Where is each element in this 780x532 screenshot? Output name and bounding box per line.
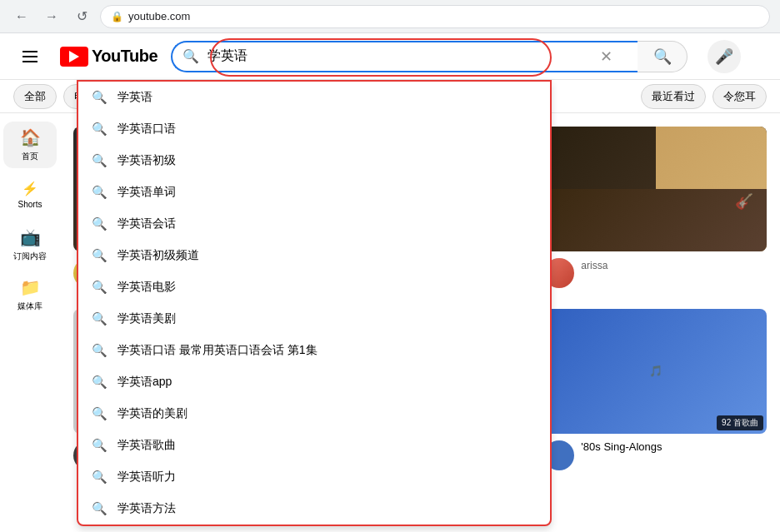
video-meta-3: arissa bbox=[581, 258, 767, 288]
sidebar-library-label: 媒体库 bbox=[18, 301, 42, 312]
autocomplete-text-2: 学英语口语 bbox=[118, 122, 176, 137]
subscriptions-icon: 📺 bbox=[20, 227, 41, 247]
video-thumbnail-3: 🌻 🎸 bbox=[544, 127, 767, 251]
sidebar: 🏠 首页 ⚡ Shorts 📺 订阅内容 📁 媒体库 bbox=[0, 113, 60, 532]
sidebar-item-library[interactable]: 📁 媒体库 bbox=[3, 271, 57, 318]
home-icon: 🏠 bbox=[20, 127, 41, 147]
sidebar-item-shorts[interactable]: ⚡ Shorts bbox=[3, 172, 57, 218]
voice-search-button[interactable]: 🎤 bbox=[708, 40, 741, 73]
autocomplete-item-14[interactable]: 🔍学英语方法 bbox=[78, 493, 550, 525]
autocomplete-search-icon: 🔍 bbox=[92, 406, 108, 421]
autocomplete-search-icon: 🔍 bbox=[92, 280, 108, 295]
yt-header: YouTube 🔍 ✕ 🔍 🎤 bbox=[0, 33, 780, 80]
video-title-6: '80s Sing-Alongs bbox=[581, 440, 767, 455]
autocomplete-text-10: 学英语app bbox=[118, 375, 172, 390]
library-icon: 📁 bbox=[20, 277, 41, 297]
menu-button[interactable] bbox=[13, 40, 47, 73]
sidebar-shorts-label: Shorts bbox=[18, 200, 42, 209]
filter-recommend[interactable]: 令您耳 bbox=[712, 84, 767, 109]
filter-recently[interactable]: 最近看过 bbox=[641, 84, 706, 109]
autocomplete-item-7[interactable]: 🔍学英语电影 bbox=[78, 271, 550, 303]
autocomplete-search-icon: 🔍 bbox=[92, 311, 108, 326]
video-thumbnail-6: 🎵 92 首歌曲 bbox=[544, 309, 767, 434]
autocomplete-dropdown: 🔍学英语🔍学英语口语🔍学英语初级🔍学英语单词🔍学英语会话🔍学英语初级频道🔍学英语… bbox=[77, 80, 552, 526]
autocomplete-search-icon: 🔍 bbox=[92, 216, 108, 231]
sidebar-home-label: 首页 bbox=[22, 151, 38, 162]
autocomplete-search-icon: 🔍 bbox=[92, 343, 108, 358]
autocomplete-item-4[interactable]: 🔍学英语单词 bbox=[78, 177, 550, 208]
browser-chrome: ← → ↺ 🔒 youtube.com bbox=[0, 0, 780, 33]
autocomplete-item-8[interactable]: 🔍学英语美剧 bbox=[78, 303, 550, 335]
reload-button[interactable]: ↺ bbox=[70, 5, 93, 28]
shorts-icon: ⚡ bbox=[22, 181, 38, 196]
autocomplete-text-5: 学英语会话 bbox=[118, 216, 176, 231]
autocomplete-search-icon: 🔍 bbox=[92, 438, 108, 453]
autocomplete-item-5[interactable]: 🔍学英语会话 bbox=[78, 208, 550, 240]
song-count-badge: 92 首歌曲 bbox=[717, 415, 763, 430]
autocomplete-text-9: 学英语口语 最常用英语口语会话 第1集 bbox=[118, 343, 318, 358]
autocomplete-item-10[interactable]: 🔍学英语app bbox=[78, 366, 550, 398]
search-clear-button[interactable]: ✕ bbox=[600, 47, 612, 66]
autocomplete-text-1: 学英语 bbox=[118, 90, 152, 105]
filter-all[interactable]: 全部 bbox=[13, 84, 57, 109]
yt-logo-text: YouTube bbox=[92, 47, 158, 66]
autocomplete-list: 🔍学英语🔍学英语口语🔍学英语初级🔍学英语单词🔍学英语会话🔍学英语初级频道🔍学英语… bbox=[78, 82, 550, 525]
video-info-6: '80s Sing-Alongs bbox=[544, 434, 767, 470]
autocomplete-search-icon: 🔍 bbox=[92, 185, 108, 200]
address-bar[interactable]: 🔒 youtube.com bbox=[100, 5, 770, 28]
autocomplete-search-icon: 🔍 bbox=[92, 470, 108, 485]
yt-logo-icon bbox=[60, 47, 88, 67]
video-channel-3: arissa bbox=[581, 260, 767, 271]
autocomplete-item-12[interactable]: 🔍学英语歌曲 bbox=[78, 430, 550, 461]
autocomplete-item-1[interactable]: 🔍学英语 bbox=[78, 82, 550, 113]
back-button[interactable]: ← bbox=[10, 5, 33, 28]
autocomplete-text-3: 学英语初级 bbox=[118, 153, 176, 168]
autocomplete-item-2[interactable]: 🔍学英语口语 bbox=[78, 113, 550, 145]
video-meta-6: '80s Sing-Alongs bbox=[581, 440, 767, 470]
autocomplete-text-8: 学英语美剧 bbox=[118, 311, 176, 326]
autocomplete-text-6: 学英语初级频道 bbox=[118, 248, 199, 263]
lock-icon: 🔒 bbox=[111, 11, 123, 22]
video-info-3: arissa bbox=[544, 251, 767, 288]
video-card-6[interactable]: 🎵 92 首歌曲 '80s Sing-Alongs bbox=[544, 309, 767, 470]
autocomplete-item-9[interactable]: 🔍学英语口语 最常用英语口语会话 第1集 bbox=[78, 335, 550, 366]
url-text: youtube.com bbox=[128, 10, 190, 22]
autocomplete-item-6[interactable]: 🔍学英语初级频道 bbox=[78, 240, 550, 271]
sidebar-item-subscriptions[interactable]: 📺 订阅内容 bbox=[3, 221, 57, 268]
autocomplete-item-13[interactable]: 🔍学英语听力 bbox=[78, 461, 550, 493]
autocomplete-text-7: 学英语电影 bbox=[118, 280, 176, 295]
autocomplete-search-icon: 🔍 bbox=[92, 501, 108, 516]
forward-button[interactable]: → bbox=[40, 5, 63, 28]
autocomplete-item-3[interactable]: 🔍学英语初级 bbox=[78, 145, 550, 177]
autocomplete-search-icon: 🔍 bbox=[92, 153, 108, 168]
yt-logo[interactable]: YouTube bbox=[60, 47, 158, 67]
search-input[interactable] bbox=[171, 41, 638, 72]
autocomplete-text-13: 学英语听力 bbox=[118, 470, 176, 485]
sidebar-subscriptions-label: 订阅内容 bbox=[13, 251, 47, 262]
video-card-3[interactable]: 🌻 🎸 arissa bbox=[544, 127, 767, 302]
autocomplete-text-4: 学英语单词 bbox=[118, 185, 176, 200]
autocomplete-text-11: 学英语的美剧 bbox=[118, 406, 188, 421]
search-submit-button[interactable]: 🔍 bbox=[638, 41, 688, 72]
autocomplete-search-icon: 🔍 bbox=[92, 122, 108, 137]
autocomplete-search-icon: 🔍 bbox=[92, 375, 108, 390]
autocomplete-text-12: 学英语歌曲 bbox=[118, 438, 176, 453]
sidebar-item-home[interactable]: 🏠 首页 bbox=[3, 122, 57, 168]
autocomplete-text-14: 学英语方法 bbox=[118, 501, 176, 516]
autocomplete-search-icon: 🔍 bbox=[92, 248, 108, 263]
search-container: 🔍 ✕ 🔍 bbox=[171, 41, 688, 72]
search-left-icon: 🔍 bbox=[182, 48, 199, 64]
autocomplete-item-11[interactable]: 🔍学英语的美剧 bbox=[78, 398, 550, 430]
autocomplete-search-icon: 🔍 bbox=[92, 90, 108, 105]
